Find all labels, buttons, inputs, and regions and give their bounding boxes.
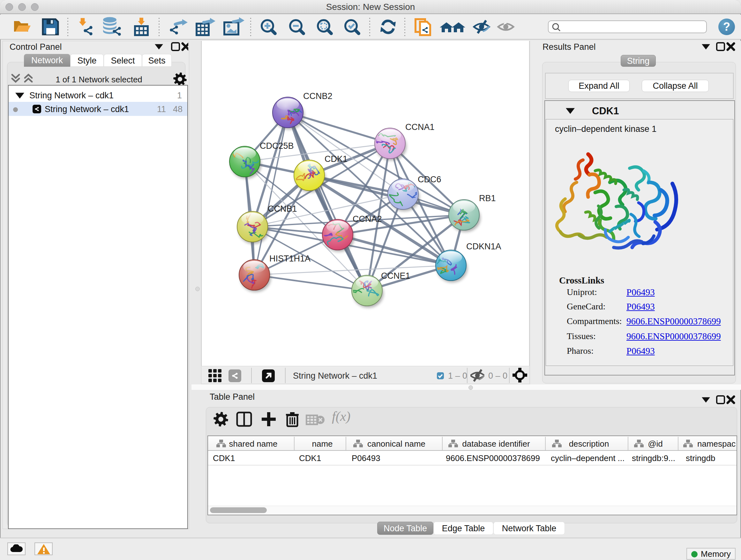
svg-text:CCNA1: CCNA1 [405, 122, 434, 132]
svg-text:CCNA2: CCNA2 [353, 214, 382, 224]
svg-text:CCNE1: CCNE1 [381, 271, 410, 281]
svg-text:CDC6: CDC6 [418, 175, 441, 184]
svg-text:RB1: RB1 [479, 193, 496, 203]
svg-text:CDK1: CDK1 [325, 154, 347, 164]
svg-text:CDC25B: CDC25B [260, 141, 294, 151]
svg-text:CDKN1A: CDKN1A [466, 242, 501, 251]
svg-text:HIST1H1A: HIST1H1A [269, 254, 311, 263]
svg-text:CCNB2: CCNB2 [303, 91, 333, 101]
svg-text:CCNB1: CCNB1 [268, 204, 297, 213]
